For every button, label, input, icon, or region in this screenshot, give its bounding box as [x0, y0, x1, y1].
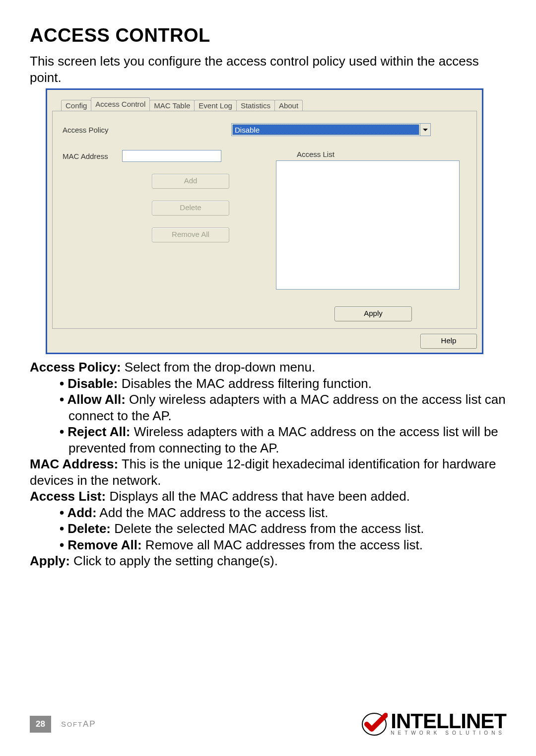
tab-mac-table[interactable]: MAC Table: [149, 100, 195, 111]
description-block: Access Policy: Select from the drop-down…: [30, 359, 506, 569]
text-access-list: Displays all the MAC address that have b…: [106, 489, 410, 504]
add-button[interactable]: Add: [152, 174, 229, 189]
text-remove-all: Remove all MAC addresses from the access…: [142, 537, 423, 552]
page-number: 28: [30, 716, 51, 733]
tab-statistics[interactable]: Statistics: [236, 100, 275, 111]
brand-checkmark-icon: [361, 712, 388, 736]
brand-subtitle: NETWORK SOLUTIONS: [391, 730, 506, 736]
access-policy-label: Access Policy: [63, 126, 142, 134]
footer-section-label: SOFTAP: [61, 719, 96, 729]
tab-event-log[interactable]: Event Log: [194, 100, 237, 111]
text-disable: Disables the MAC address filtering funct…: [118, 376, 372, 391]
term-reject-all: Reject All:: [67, 424, 130, 439]
term-disable: Disable:: [67, 376, 118, 391]
term-delete: Delete:: [67, 521, 111, 536]
text-access-policy: Select from the drop-down menu.: [121, 360, 316, 375]
access-policy-value: Disable: [232, 124, 419, 135]
access-policy-dropdown[interactable]: Disable: [231, 123, 431, 136]
term-apply: Apply:: [30, 553, 70, 568]
text-reject-all: Wireless adapters with a MAC address on …: [68, 424, 498, 455]
access-policy-row: Access Policy Disable: [63, 123, 467, 136]
page-footer: 28 SOFTAP INTELLINET NETWORK SOLUTIONS: [30, 712, 506, 736]
tab-access-control[interactable]: Access Control: [91, 97, 150, 110]
text-delete: Delete the selected MAC address from the…: [111, 521, 424, 536]
tab-panel: Access Policy Disable MAC Address: [52, 111, 477, 329]
tab-config[interactable]: Config: [61, 100, 91, 111]
help-button[interactable]: Help: [420, 334, 477, 349]
text-allow-all: Only wireless adapters with a MAC addres…: [68, 392, 506, 423]
mac-address-input[interactable]: [122, 150, 221, 162]
intro-text: This screen lets you configure the acces…: [30, 53, 506, 85]
term-mac-address: MAC Address:: [30, 456, 118, 471]
mac-address-label: MAC Address: [63, 152, 122, 160]
access-list-box[interactable]: [276, 160, 460, 290]
term-add: Add:: [67, 505, 96, 520]
term-access-policy: Access Policy:: [30, 360, 121, 375]
text-apply: Click to apply the setting change(s).: [70, 553, 278, 568]
chevron-down-icon: [423, 129, 428, 131]
tabstrip: Config Access Control MAC Table Event Lo…: [52, 90, 477, 111]
delete-button[interactable]: Delete: [152, 201, 229, 216]
term-access-list: Access List:: [30, 489, 106, 504]
dialog-screenshot: Config Access Control MAC Table Event Lo…: [46, 88, 506, 354]
access-list-label: Access List: [276, 150, 467, 158]
text-add: Add the MAC address to the access list.: [97, 505, 329, 520]
softap-dialog: Config Access Control MAC Table Event Lo…: [46, 88, 483, 354]
brand-name: INTELLINET: [391, 713, 506, 730]
page-heading: Access Control: [30, 25, 506, 46]
remove-all-button[interactable]: Remove All: [152, 227, 229, 242]
tab-about[interactable]: About: [274, 100, 303, 111]
apply-button[interactable]: Apply: [335, 306, 412, 321]
term-allow-all: Allow All:: [67, 392, 125, 407]
mac-address-row: MAC Address Add Delete Remove All Access…: [63, 150, 467, 319]
brand-logo: INTELLINET NETWORK SOLUTIONS: [361, 712, 506, 736]
dropdown-button[interactable]: [420, 124, 430, 136]
term-remove-all: Remove All:: [67, 537, 141, 552]
